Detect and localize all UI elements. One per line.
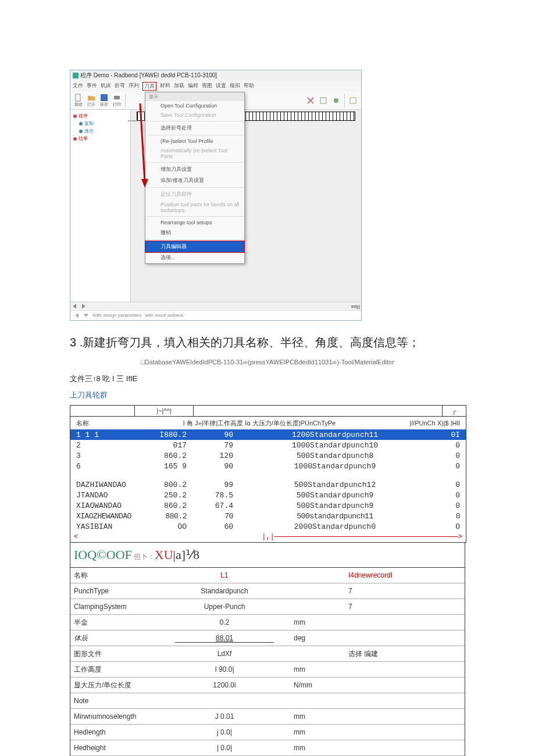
scrollbar[interactable]: < |,| > [70,532,466,542]
form-row: 显大压力/单位长度1200.0iN/mm [70,678,465,693]
menu-item[interactable]: 视图 [202,82,212,91]
field-extra[interactable]: I4dnewrecordI [348,571,393,579]
field-label: 工作高度 [74,665,173,675]
field-value[interactable]: L1 [175,571,274,579]
table-row[interactable]: XIAOZHEWANDAO880.270500standardpunch110 [70,511,466,521]
svg-marker-5 [141,179,148,188]
folder-icon [87,94,95,102]
dropdown-item: Save Tool Configuration [145,110,244,120]
field-unit: mm [276,712,346,721]
field-value[interactable]: I 90.0| [175,665,274,673]
cell-desc: 500Standardpunch9 [233,491,437,500]
dropdown-item[interactable]: 增加刀具设置 [145,164,244,175]
cell-ang: 67.4 [187,501,233,510]
window-title-bar: 程序 Demo - Radbend [YAWEI dedId PCB-110-3… [70,70,361,81]
field-value[interactable]: J 0.01 [175,712,274,721]
property-form: 名称L1I4dnewrecordIPunchTypeStandardpunch7… [70,568,465,756]
field-value[interactable]: j 0.0| [175,728,274,736]
cell-ang: 90 [187,462,233,471]
field-value[interactable]: Upper-Punch [175,603,274,611]
save-button[interactable]: 保存 [98,93,110,108]
menu-item[interactable]: 编程 [188,82,198,91]
field-value[interactable]: | 0.0| [175,744,274,752]
hcell: ┌ [443,406,466,416]
dropdown-item[interactable]: Open Tool Configuration [145,101,244,110]
hcell: |~|^^| [135,406,194,416]
table-row[interactable]: YASIBIANOO602000Standardpunch0O [70,521,466,532]
cell-desc: 2000Standardpunch0 [233,522,437,531]
menu-item-tools[interactable]: 刀具 [142,82,156,91]
cell-r: 017 [152,441,187,450]
grid-icon [349,96,357,105]
cell-e: 0 [437,491,466,500]
menu-item[interactable]: 材料 [160,82,170,91]
dropdown-item[interactable]: (Re-)select Tool Profile [145,137,244,146]
tree-item[interactable]: 程序 [73,112,128,120]
print-button[interactable]: 打印 [111,93,123,108]
table-row[interactable]: XIAOWANDAO860.267.4500Standardpunch90 [70,500,466,511]
tb-right-3[interactable] [330,93,342,108]
table-row[interactable]: 6165 9901000Standardpunch90 [70,461,466,471]
menu-item[interactable]: 模拟 [230,82,240,91]
tb-right-4[interactable] [347,93,359,108]
tree-item[interactable]: 复制 [73,120,128,127]
cell-r: 165 9 [152,462,187,471]
cell-desc: 1000Standardpunch9 [233,462,437,471]
menu-item[interactable]: 事件 [87,82,97,91]
arrow-down-icon[interactable] [83,313,89,318]
arrow-annotation [134,103,152,191]
menu-item[interactable]: 机床 [101,82,111,91]
menu-item[interactable]: 加载 [174,82,184,91]
svg-rect-8 [350,98,356,103]
tb-right-2[interactable] [318,93,329,108]
separator [125,94,126,108]
field-label: 名称 [74,571,173,581]
menu-item[interactable]: 设置 [216,82,226,91]
left-icon[interactable] [72,303,77,309]
tree-item[interactable]: 结果 [73,135,128,142]
line2-text: 文件三↑8 吃 I 三 IfIE [70,374,465,384]
table-row[interactable]: 3860.2120500Standardpunch80 [70,450,466,461]
dropdown-item[interactable]: 选择折弯处理 [145,123,244,134]
dropdown-item[interactable]: 添加/修改刀具设置 [145,175,244,186]
field-unit: mm [276,665,346,673]
new-button[interactable]: 新建 [73,93,84,108]
svg-rect-3 [114,96,120,99]
table-row[interactable]: 2017791000Standardpunch100 [70,440,466,450]
scroll-left-icon[interactable]: < [74,533,78,541]
scroll-right-icon[interactable]: > [458,533,462,541]
field-value[interactable]: 1200.0i [175,681,274,689]
dropdown-header: 显示 [145,92,244,101]
tb-right-1[interactable] [305,93,316,108]
cell-ang: 99 [187,481,233,489]
field-label: Hedlength [74,728,173,736]
group-link[interactable]: 上刀具轮群 [70,390,465,400]
field-extra[interactable]: 选择 编建 [348,649,378,659]
arrow-left-icon[interactable] [74,313,80,318]
menu-item[interactable]: 帮助 [244,82,254,91]
seg-b: XU [155,547,173,562]
menu-bar[interactable]: 文件 事件 机床 折弯 序列 刀具 材料 加载 编程 视图 设置 模拟 帮助 [70,81,361,92]
right-icon[interactable] [81,303,87,309]
field-value[interactable]: LdXf [175,650,274,658]
field-extra[interactable]: 7 [348,603,352,611]
dropdown-item[interactable]: 选项... [145,252,244,263]
dropdown-item[interactable]: 刀具编辑器 [145,241,245,253]
menu-item[interactable]: 文件 [73,82,83,91]
menu-item[interactable]: 序列 [129,82,139,91]
table-row[interactable]: JTANDAO250.278.5500Standardpunch90 [70,490,466,500]
cell-e: 0 [437,441,466,450]
field-value[interactable]: 0.2 [175,618,274,626]
table-row[interactable]: DAZHIWANDAO800.299500Standardpunch120 [70,479,466,490]
dropdown-item[interactable]: Rearrange tool setups [145,218,244,227]
menu-item[interactable]: 折弯 [115,82,125,91]
field-value[interactable]: 88.01 [175,634,274,643]
form-row: 体辰88.01deg [70,630,465,646]
tree-item[interactable]: 激光 [73,127,128,135]
table-row[interactable]: 1 1 1I880.2901200Standardpunch110I [70,429,466,440]
open-button[interactable]: 打开 [85,93,97,108]
dropdown-item[interactable]: 撤销 [145,227,244,238]
field-value[interactable]: Standardpunch [175,587,274,595]
dropdown-item: Position tool parts for bends on all too… [145,200,244,215]
field-extra[interactable]: 7 [348,587,352,595]
